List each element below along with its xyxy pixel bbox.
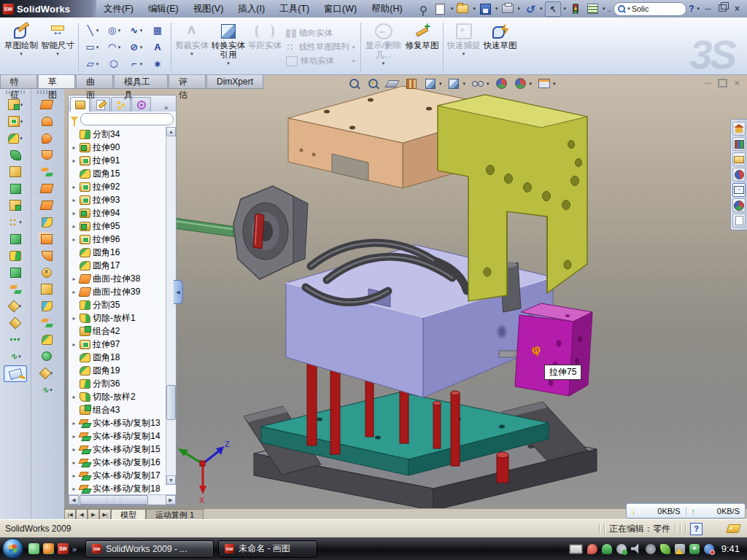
tree-item[interactable]: ▸ 实体-移动/复制14	[71, 429, 176, 443]
app-close-button[interactable]: ×	[731, 4, 743, 14]
more-tabs-icon[interactable]: »	[164, 104, 174, 112]
appearances-tab[interactable]	[732, 198, 746, 212]
quicklaunch-more-icon[interactable]: »	[72, 545, 77, 553]
tree-hscroll-thumb[interactable]: ⋮⋮⋮	[80, 495, 148, 505]
sketch-tool[interactable]: ▭	[81, 42, 103, 52]
update-check-tray-icon[interactable]	[616, 544, 627, 554]
menu-item[interactable]: 插入(I)	[231, 0, 272, 18]
view-settings-dropdown-icon[interactable]: ▾	[553, 81, 556, 87]
tree-item[interactable]: ▸ 圆角19	[71, 364, 176, 377]
next-tab-icon[interactable]: ▶	[88, 509, 99, 520]
split-tool[interactable]	[4, 248, 26, 263]
edrawings-quicklaunch-icon[interactable]	[43, 543, 54, 554]
planar-surface-tool[interactable]	[36, 198, 58, 213]
expand-arrow-icon[interactable]: ▸	[71, 289, 77, 295]
curve-tool[interactable]: ∿	[4, 349, 26, 364]
point-tool-left[interactable]	[4, 315, 26, 330]
offset-surface-tool[interactable]	[36, 214, 58, 230]
freeform-tool[interactable]	[36, 349, 58, 364]
tree-item[interactable]: ▸ 组合43	[71, 403, 176, 416]
menu-item[interactable]: 视图(V)	[186, 0, 231, 18]
sketch-draw-button[interactable]: 草图绘制▾	[3, 20, 39, 74]
select-tool-button[interactable]: ↖	[545, 1, 561, 17]
tree-horizontal-scrollbar[interactable]: ◀ ⋮⋮⋮ ▶	[69, 494, 176, 505]
tree-item[interactable]: ▸ 实体-移动/复制15	[71, 443, 176, 456]
help-button[interactable]: ?	[689, 4, 694, 14]
boundary-surface-tool[interactable]	[36, 164, 58, 179]
convert-entities-button[interactable]: 转换实体引用▾	[210, 20, 247, 74]
sketch-tool[interactable]: ▦	[147, 25, 169, 36]
hide-show-dropdown-icon[interactable]: ▾	[487, 81, 489, 87]
command-tab[interactable]: 曲面	[76, 74, 113, 88]
save-dropdown-icon[interactable]: ▾	[495, 6, 498, 12]
scene-dropdown-icon[interactable]: ▾	[530, 81, 533, 87]
rapid-sketch-button[interactable]: 快速草图	[482, 20, 519, 74]
extend-surface-tool[interactable]	[36, 298, 58, 314]
taskbar-task-button[interactable]: SW SolidWorks 2009 - ...	[85, 540, 214, 558]
view-settings-button[interactable]	[537, 77, 551, 90]
expand-arrow-icon[interactable]: ▸	[71, 459, 77, 466]
tag-icon[interactable]	[726, 524, 741, 533]
sketch-tool[interactable]: ╲	[81, 25, 103, 36]
swept-boss-tool[interactable]	[4, 164, 26, 179]
tree-vertical-scrollbar[interactable]: ▲ ▼	[166, 127, 176, 485]
network-warning-tray-icon[interactable]	[675, 544, 685, 554]
tree-vscroll-thumb[interactable]	[166, 385, 176, 420]
edit-appearance-button[interactable]	[495, 77, 508, 90]
menu-item[interactable]: 编辑(E)	[141, 0, 186, 18]
repair-sketch-button[interactable]: 修复草图	[404, 20, 441, 74]
expand-arrow-icon[interactable]: ▸	[71, 341, 77, 348]
sketch-tool[interactable]: ◠	[103, 42, 125, 52]
health-shield-tray-icon[interactable]	[689, 544, 700, 554]
display-style-button[interactable]	[423, 77, 437, 90]
smart-dimension-button[interactable]: ↔ 智能尺寸▾	[39, 20, 76, 74]
expand-arrow-icon[interactable]: ▸	[71, 236, 77, 243]
tree-item[interactable]: ▸ 曲面-拉伸38	[71, 272, 176, 285]
open-dropdown-icon[interactable]: ▾	[473, 6, 476, 12]
view-palette-tab[interactable]	[732, 183, 746, 197]
mirror-entities-button[interactable]: 镜向实体	[286, 28, 355, 39]
doc-close-button[interactable]: ×	[734, 77, 740, 88]
surface-reference-tool[interactable]	[36, 365, 58, 381]
move-entities-button[interactable]: 移动实体▾	[286, 55, 355, 66]
prev-tab-icon[interactable]: ◀	[76, 509, 88, 520]
new-document-button[interactable]	[433, 2, 448, 16]
menu-item[interactable]: 帮助(H)	[364, 0, 409, 18]
tree-item[interactable]: ▸ 圆角15	[71, 167, 176, 180]
surface-curve-tool[interactable]: ∿	[36, 382, 58, 397]
search-dropdown-icon[interactable]: ▾	[627, 6, 630, 12]
view-cube-dropdown-icon[interactable]: ▾	[463, 81, 466, 87]
sketch-tool[interactable]: ⬡	[103, 58, 125, 69]
filled-surface-tool[interactable]	[36, 181, 58, 196]
undo-button[interactable]: ↺	[522, 2, 537, 16]
quick-snaps-button[interactable]: 快速捕捉▾	[446, 20, 482, 74]
tree-item[interactable]: ▸ 拉伸92	[71, 180, 176, 193]
language-bar-keyboard-icon[interactable]	[569, 544, 583, 554]
display-delete-relations-button[interactable]: 显示/删除几...▾	[363, 20, 404, 74]
expand-arrow-icon[interactable]: ▸	[71, 210, 77, 217]
security-alert-tray-icon[interactable]	[587, 544, 597, 554]
instant3d-tool-pressed[interactable]	[4, 365, 27, 382]
trim-entities-button[interactable]: 剪裁实体▾	[174, 20, 210, 74]
sketch-tool[interactable]: ◎	[103, 25, 125, 36]
tree-item[interactable]: ▸ 实体-移动/复制13	[71, 416, 176, 429]
quick-tips-button[interactable]: ?	[690, 523, 703, 535]
options-dropdown-icon[interactable]: ▾	[603, 6, 605, 12]
search-input-value[interactable]: Solic	[632, 4, 649, 13]
tree-item[interactable]: ▸ 拉伸96	[71, 233, 176, 246]
print-dropdown-icon[interactable]: ▾	[518, 6, 521, 12]
radiate-surface-tool[interactable]	[36, 231, 58, 246]
custom-properties-tab[interactable]	[732, 214, 746, 228]
sketch-tool[interactable]: ∗	[147, 58, 169, 69]
device-tray-icon[interactable]	[646, 544, 656, 554]
expand-arrow-icon[interactable]: ▸	[71, 486, 77, 492]
graphics-viewport[interactable]: φ Y Z X ▾ ▾ ▾ ▾ ▾ ─ ×	[64, 75, 747, 508]
expand-arrow-icon[interactable]: ▸	[71, 394, 77, 400]
taskbar-clock[interactable]: 9:41	[721, 543, 740, 554]
expand-arrow-icon[interactable]: ▸	[71, 184, 77, 190]
sketch-tool[interactable]: ⊘	[125, 42, 147, 52]
scroll-left-icon[interactable]: ◀	[69, 495, 79, 505]
thicken-tool[interactable]	[36, 315, 58, 330]
tree-item[interactable]: ▸ 拉伸91	[71, 154, 176, 167]
tree-item[interactable]: ▸ 拉伸93	[71, 193, 176, 206]
